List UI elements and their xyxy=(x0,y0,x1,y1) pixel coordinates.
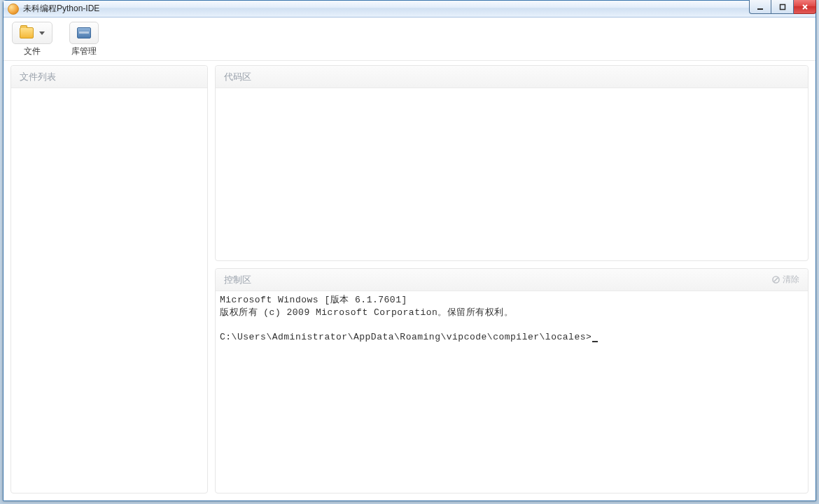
console-panel-header: 控制区 清除 xyxy=(216,269,808,291)
drawer-icon xyxy=(77,27,91,38)
console-panel: 控制区 清除 Microsoft Windows [版本 6.1.7601] 版… xyxy=(215,268,808,493)
chevron-down-icon xyxy=(39,31,45,35)
app-window: 未科编程Python-IDE 文件 库管理 xyxy=(3,0,816,501)
svg-rect-1 xyxy=(780,4,785,9)
maximize-button[interactable] xyxy=(771,0,794,14)
files-panel: 文件列表 xyxy=(10,65,208,493)
content-area: 文件列表 代码区 控制区 清除 xyxy=(4,61,816,500)
files-panel-header: 文件列表 xyxy=(11,66,207,88)
clear-button[interactable]: 清除 xyxy=(772,274,799,286)
console-line: 版权所有 (c) 2009 Microsoft Corporation。保留所有… xyxy=(220,307,513,318)
console-panel-title: 控制区 xyxy=(224,274,251,286)
app-icon xyxy=(8,4,19,15)
code-panel-title: 代码区 xyxy=(224,71,251,83)
files-panel-title: 文件列表 xyxy=(20,71,56,83)
svg-line-3 xyxy=(774,278,778,282)
code-panel: 代码区 xyxy=(215,65,808,261)
window-title: 未科编程Python-IDE xyxy=(23,3,99,15)
console-line: Microsoft Windows [版本 6.1.7601] xyxy=(220,295,407,305)
code-panel-header: 代码区 xyxy=(216,66,808,88)
file-group: 文件 xyxy=(12,22,52,57)
window-controls xyxy=(749,0,816,14)
file-button[interactable] xyxy=(12,22,52,44)
console-body[interactable]: Microsoft Windows [版本 6.1.7601] 版权所有 (c)… xyxy=(216,291,808,493)
cursor xyxy=(592,341,598,342)
minimize-button[interactable] xyxy=(749,0,771,14)
clear-icon xyxy=(772,276,780,284)
folder-icon xyxy=(20,27,34,38)
lib-group: 库管理 xyxy=(69,22,99,57)
close-button[interactable] xyxy=(794,0,816,14)
lib-button[interactable] xyxy=(69,22,99,44)
console-output: Microsoft Windows [版本 6.1.7601] 版权所有 (c)… xyxy=(216,291,808,346)
svg-rect-0 xyxy=(757,8,763,10)
file-label: 文件 xyxy=(24,46,41,57)
code-editor[interactable] xyxy=(216,88,808,260)
titlebar[interactable]: 未科编程Python-IDE xyxy=(4,1,816,18)
toolbar: 文件 库管理 xyxy=(4,18,816,61)
console-prompt: C:\Users\Administrator\AppData\Roaming\v… xyxy=(220,332,592,342)
files-panel-body[interactable] xyxy=(11,88,207,493)
lib-label: 库管理 xyxy=(71,46,97,57)
clear-label: 清除 xyxy=(783,274,799,286)
right-column: 代码区 控制区 清除 Microsoft Windows [ xyxy=(215,65,808,493)
